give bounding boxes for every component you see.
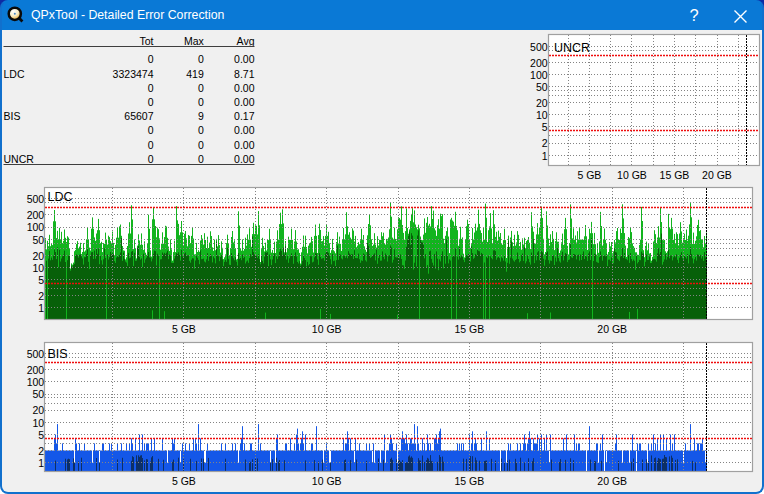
svg-text:0: 0 [148, 82, 154, 94]
svg-text:1: 1 [38, 302, 44, 314]
svg-text:100: 100 [27, 376, 45, 388]
svg-text:0: 0 [148, 53, 154, 65]
svg-text:UNCR: UNCR [4, 153, 35, 165]
svg-text:20: 20 [33, 250, 45, 262]
svg-text:50: 50 [33, 234, 45, 246]
svg-text:15 GB: 15 GB [660, 169, 690, 181]
svg-text:0.00: 0.00 [234, 96, 255, 108]
svg-text:2: 2 [38, 290, 44, 302]
svg-text:0: 0 [198, 153, 204, 165]
svg-text:5: 5 [38, 429, 44, 441]
svg-text:0: 0 [198, 82, 204, 94]
svg-text:20 GB: 20 GB [702, 169, 732, 181]
svg-text:100: 100 [27, 221, 45, 233]
svg-text:2: 2 [542, 137, 548, 149]
svg-text:0.00: 0.00 [234, 153, 255, 165]
svg-text:0: 0 [198, 124, 204, 136]
svg-text:1: 1 [542, 150, 548, 162]
svg-text:5: 5 [38, 274, 44, 286]
svg-text:9: 9 [198, 110, 204, 122]
svg-text:2: 2 [38, 445, 44, 457]
svg-text:0.00: 0.00 [234, 53, 255, 65]
svg-text:10 GB: 10 GB [312, 323, 342, 335]
svg-text:0: 0 [148, 139, 154, 151]
svg-text:20: 20 [33, 404, 45, 416]
svg-text:20 GB: 20 GB [597, 475, 627, 487]
svg-text:500: 500 [530, 41, 548, 53]
svg-text:0: 0 [198, 53, 204, 65]
svg-text:8.71: 8.71 [234, 68, 255, 80]
svg-text:419: 419 [186, 68, 204, 80]
svg-text:0.00: 0.00 [234, 139, 255, 151]
svg-text:10: 10 [33, 262, 45, 274]
svg-text:Max: Max [184, 35, 205, 47]
svg-text:3323474: 3323474 [113, 68, 154, 80]
svg-text:0.17: 0.17 [234, 110, 255, 122]
svg-text:0: 0 [148, 124, 154, 136]
svg-text:20 GB: 20 GB [597, 323, 627, 335]
svg-text:0: 0 [198, 96, 204, 108]
svg-text:1: 1 [38, 457, 44, 469]
svg-text:500: 500 [27, 348, 45, 360]
svg-text:500: 500 [27, 193, 45, 205]
svg-text:50: 50 [536, 81, 548, 93]
svg-text:5 GB: 5 GB [577, 169, 601, 181]
svg-text:UNCR: UNCR [554, 41, 590, 55]
svg-text:Avg: Avg [237, 35, 255, 47]
svg-text:LDC: LDC [48, 190, 73, 204]
svg-text:65607: 65607 [124, 110, 153, 122]
svg-text:0: 0 [148, 153, 154, 165]
svg-text:10: 10 [536, 109, 548, 121]
svg-text:10: 10 [33, 417, 45, 429]
svg-text:100: 100 [530, 69, 548, 81]
svg-text:Tot: Tot [139, 35, 153, 47]
svg-text:0.00: 0.00 [234, 82, 255, 94]
svg-text:5: 5 [542, 121, 548, 133]
svg-text:0: 0 [148, 96, 154, 108]
svg-text:0: 0 [198, 139, 204, 151]
svg-text:10 GB: 10 GB [312, 475, 342, 487]
svg-text:200: 200 [27, 364, 45, 376]
svg-text:LDC: LDC [4, 68, 25, 80]
svg-text:BIS: BIS [48, 347, 68, 361]
svg-text:50: 50 [33, 388, 45, 400]
svg-text:10 GB: 10 GB [617, 169, 647, 181]
svg-text:5 GB: 5 GB [172, 323, 196, 335]
svg-text:0.00: 0.00 [234, 124, 255, 136]
svg-text:200: 200 [27, 209, 45, 221]
svg-text:15 GB: 15 GB [455, 475, 485, 487]
svg-text:BIS: BIS [4, 110, 21, 122]
svg-text:200: 200 [530, 57, 548, 69]
svg-text:15 GB: 15 GB [455, 323, 485, 335]
svg-text:5 GB: 5 GB [172, 475, 196, 487]
svg-text:20: 20 [536, 97, 548, 109]
